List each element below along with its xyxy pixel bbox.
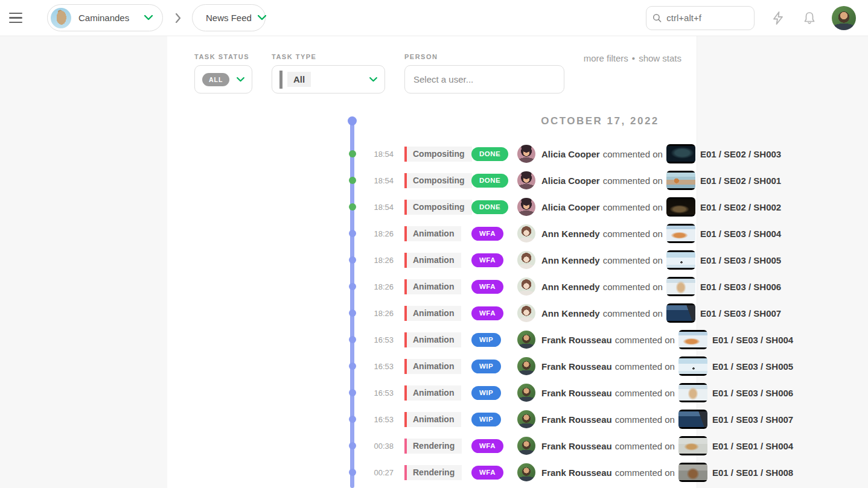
commented-text: commented on [603,282,663,292]
feed-entry: 18:26 Animation WFA Ann Kennedy commente… [167,220,697,247]
entity-name[interactable]: E01 / SE02 / SH001 [700,176,781,186]
shot-thumbnail[interactable] [678,383,707,402]
entity-name[interactable]: E01 / SE03 / SH004 [700,229,781,239]
shot-thumbnail[interactable] [678,410,707,429]
person-name[interactable]: Ann Kennedy [541,308,600,318]
entry-time: 18:26 [369,309,394,318]
shot-thumbnail[interactable] [666,171,695,190]
person-label: PERSON [404,53,564,60]
shot-thumbnail[interactable] [666,144,695,163]
entity-name[interactable]: E01 / SE02 / SH003 [700,149,781,159]
entity-name[interactable]: E01 / SE03 / SH006 [712,388,793,398]
task-type-chip[interactable]: Compositing [404,173,472,188]
entry-time: 16:53 [369,415,394,424]
person-name[interactable]: Frank Rousseau [541,361,612,372]
entry-time: 18:26 [369,282,394,291]
task-type-chip[interactable]: Animation [404,306,461,321]
task-type-chip[interactable]: Compositing [404,147,472,162]
project-selector[interactable]: Caminandes [47,4,163,31]
shot-thumbnail[interactable] [678,330,707,349]
entry-time: 18:54 [369,176,394,185]
commented-text: commented on [603,202,663,212]
person-name[interactable]: Ann Kennedy [541,229,600,239]
task-type-chip[interactable]: Animation [404,385,461,401]
task-type-chip[interactable]: Compositing [404,200,472,215]
flash-icon[interactable] [770,10,786,26]
person-select-input[interactable] [404,65,564,93]
task-type-chip[interactable]: Animation [404,253,461,268]
feed-entry: 18:26 Animation WFA Ann Kennedy commente… [167,247,697,273]
task-status-filter: TASK STATUS ALL [194,53,252,93]
more-filters-link[interactable]: more filters [584,53,628,63]
task-type-chip[interactable]: Animation [404,332,461,347]
menu-icon[interactable] [2,5,29,31]
page-background: TASK STATUS ALL TASK TYPE All PERSON [0,36,868,488]
task-type-chip[interactable]: Animation [404,412,461,427]
entity-name[interactable]: E01 / SE03 / SH004 [712,335,793,345]
link-separator: • [632,53,635,63]
news-feed-panel: TASK STATUS ALL TASK TYPE All PERSON [167,36,697,488]
person-name[interactable]: Frank Rousseau [541,441,612,451]
timeline-dot [349,442,356,449]
status-badge: WIP [471,386,501,400]
entry-time: 18:54 [369,203,394,212]
entity-name[interactable]: E01 / SE03 / SH005 [700,255,781,265]
timeline-dot [349,389,356,396]
person-name[interactable]: Frank Rousseau [541,414,612,425]
task-type-name: Animation [407,412,461,427]
shot-thumbnail[interactable] [678,436,707,455]
breadcrumb-chevron-icon[interactable] [175,13,181,23]
task-status-select[interactable]: ALL [194,65,252,93]
feed-entry: 00:38 Rendering WFA Frank Rousseau comme… [167,433,697,459]
status-badge: WFA [471,253,503,267]
feed-entry: 18:26 Animation WFA Ann Kennedy commente… [167,273,697,300]
task-type-chip[interactable]: Rendering [404,439,462,454]
person-avatar [517,463,535,481]
shot-thumbnail[interactable] [678,463,707,482]
timeline-dot [349,469,356,476]
task-type-select[interactable]: All [272,65,385,93]
timeline-dot [349,150,356,157]
bell-icon[interactable] [802,10,817,26]
task-type-chip[interactable]: Animation [404,279,461,294]
person-name[interactable]: Alicia Cooper [541,176,600,186]
person-name[interactable]: Frank Rousseau [541,467,612,478]
shot-thumbnail[interactable] [666,197,695,217]
entity-name[interactable]: E01 / SE03 / SH005 [712,361,793,372]
commented-text: commented on [603,176,663,186]
entity-name[interactable]: E01 / SE03 / SH007 [700,308,781,318]
entity-name[interactable]: E01 / SE01 / SH008 [712,467,793,478]
task-type-name: Rendering [407,465,462,480]
person-name[interactable]: Ann Kennedy [541,282,600,292]
task-type-name: Compositing [407,147,472,162]
person-name[interactable]: Ann Kennedy [541,255,600,265]
person-avatar [517,251,535,269]
entity-name[interactable]: E01 / SE03 / SH007 [712,414,793,425]
timeline-dot [349,283,356,290]
shot-thumbnail[interactable] [666,250,695,270]
task-type-chip[interactable]: Rendering [404,465,462,480]
entity-name[interactable]: E01 / SE02 / SH002 [700,202,781,212]
entity-name[interactable]: E01 / SE01 / SH004 [712,441,793,451]
person-name[interactable]: Alicia Cooper [541,149,600,159]
show-stats-link[interactable]: show stats [639,53,681,63]
person-avatar [517,198,535,216]
task-type-chip[interactable]: Animation [404,359,461,374]
shot-thumbnail[interactable] [666,277,695,296]
feed-entry: 18:54 Compositing DONE Alicia Cooper com… [167,194,697,220]
timeline-dot [349,416,356,423]
entry-time: 16:53 [369,362,394,371]
entity-name[interactable]: E01 / SE03 / SH006 [700,282,781,292]
shot-thumbnail[interactable] [666,303,695,323]
shot-thumbnail[interactable] [678,356,707,376]
person-name[interactable]: Alicia Cooper [541,202,600,212]
person-name[interactable]: Frank Rousseau [541,335,612,345]
timeline-dot [349,177,356,184]
search-input[interactable] [666,13,748,23]
shot-thumbnail[interactable] [666,224,695,243]
user-avatar[interactable] [832,6,856,30]
chevron-down-icon [237,77,244,82]
task-type-chip[interactable]: Animation [404,226,461,241]
person-name[interactable]: Frank Rousseau [541,388,612,398]
section-selector[interactable]: News Feed [192,4,266,31]
